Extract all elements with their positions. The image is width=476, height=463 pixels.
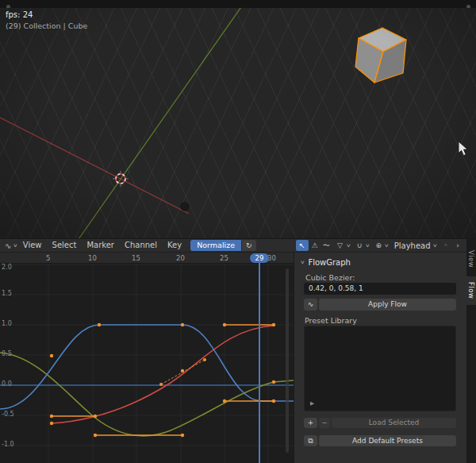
value-tick: 1.0 bbox=[2, 320, 12, 327]
frame-tick: 10 bbox=[88, 254, 97, 262]
graph-scrollbar[interactable] bbox=[286, 268, 289, 453]
menu-key[interactable]: Key bbox=[163, 239, 186, 252]
overlay-icon: ⊕ bbox=[373, 240, 384, 251]
load-selected-button[interactable]: Load Selected bbox=[332, 418, 456, 428]
editor-type-icon[interactable]: ∿ bbox=[3, 241, 13, 250]
current-frame-badge[interactable]: 29 bbox=[250, 253, 269, 263]
value-tick: 0.5 bbox=[2, 350, 12, 357]
graph-editor-header: ∿ ∨ View Select Marker Channel Key Norma… bbox=[0, 238, 466, 253]
blender-window: fps: 24 (29) Collection | Cube ∿ ∨ View … bbox=[0, 0, 476, 463]
add-default-presets-button[interactable]: Add Default Presets bbox=[319, 435, 456, 446]
apply-flow-button[interactable]: Apply Flow bbox=[319, 299, 456, 311]
frame-tick: 5 bbox=[46, 254, 50, 262]
chevron-down-icon: ∨ bbox=[384, 240, 390, 251]
snapping-dropdown[interactable]: ∪ ∨ bbox=[352, 240, 370, 251]
x-axis-line bbox=[0, 117, 189, 214]
viewport-breadcrumb: (29) Collection | Cube bbox=[6, 21, 87, 30]
menu-view[interactable]: View bbox=[18, 239, 47, 252]
mouse-cursor bbox=[459, 141, 467, 156]
page-icon: ⧉ bbox=[308, 437, 313, 445]
graph-area[interactable]: 2.0 1.5 1.0 0.5 0.0 -0.5 -1.0 bbox=[0, 264, 294, 463]
chevron-right-icon[interactable]: › bbox=[452, 240, 463, 251]
curve-icon: ∿ bbox=[308, 300, 314, 308]
normalize-toggle[interactable]: Normalize bbox=[190, 240, 241, 251]
keyframe-points[interactable] bbox=[50, 323, 275, 437]
page-icon-button[interactable]: ⧉ bbox=[304, 435, 317, 446]
frame-tick: 25 bbox=[220, 254, 228, 262]
timeline-ruler[interactable]: 5 10 15 20 25 30 29 bbox=[0, 253, 294, 264]
frame-tick: 15 bbox=[132, 254, 140, 262]
value-tick: -1.0 bbox=[2, 441, 14, 448]
ghost-curves-icon[interactable]: 〜 bbox=[321, 240, 332, 251]
filter-icon: ▽ bbox=[335, 240, 346, 251]
menu-channel[interactable]: Channel bbox=[120, 239, 162, 252]
warning-icon[interactable]: ⚠ bbox=[309, 240, 321, 251]
viewport-3d[interactable]: fps: 24 (29) Collection | Cube bbox=[0, 8, 476, 238]
panel-title: FlowGraph bbox=[308, 258, 351, 267]
object-origin-marker bbox=[181, 203, 189, 210]
menu-select[interactable]: Select bbox=[48, 239, 82, 252]
overlay-dropdown[interactable]: ⊕ ∨ bbox=[371, 240, 390, 251]
snap-icon: ∪ bbox=[354, 240, 365, 251]
fcurve-olive[interactable] bbox=[0, 353, 294, 436]
tab-flow[interactable]: Flow bbox=[466, 276, 476, 305]
fps-indicator: fps: 24 bbox=[6, 10, 33, 19]
viewport-scene bbox=[0, 8, 476, 238]
chevron-down-icon: ∨ bbox=[13, 240, 18, 251]
sidebar-tab-strip: View Flow bbox=[466, 238, 476, 463]
fcurve-plot bbox=[0, 264, 294, 463]
tab-view[interactable]: View bbox=[466, 245, 476, 273]
bezier-value-field[interactable]: 0.42, 0, 0.58, 1 bbox=[304, 283, 456, 295]
value-tick: -0.5 bbox=[2, 411, 14, 418]
cube-object[interactable] bbox=[355, 28, 406, 83]
chevron-down-icon: ∨ bbox=[345, 240, 351, 251]
cubic-bezier-label: Cubic Bezier: bbox=[305, 273, 355, 282]
curve-icon-button[interactable]: ∿ bbox=[304, 299, 317, 311]
menu-marker[interactable]: Marker bbox=[82, 239, 119, 252]
top-window-strip bbox=[0, 0, 476, 8]
preset-library-label: Preset Library bbox=[305, 316, 357, 325]
refresh-icon[interactable]: ↻ bbox=[242, 240, 256, 251]
add-preset-button[interactable]: + bbox=[304, 418, 317, 428]
chevron-down-icon: ∨ bbox=[432, 240, 437, 251]
value-tick: 0.0 bbox=[2, 380, 12, 388]
flowgraph-panel: ∨ FlowGraph Cubic Bezier: 0.42, 0, 0.58,… bbox=[294, 253, 466, 463]
panel-header[interactable]: ∨ FlowGraph bbox=[301, 257, 351, 268]
playhead-line[interactable] bbox=[259, 263, 260, 463]
grid-horizontal bbox=[0, 264, 294, 446]
playhead-label: Playhead bbox=[394, 241, 431, 250]
chevron-down-icon: ∨ bbox=[365, 240, 370, 251]
remove-preset-button[interactable]: − bbox=[319, 418, 330, 428]
options-dot-icon[interactable]: ◦ bbox=[440, 240, 451, 251]
grid-vertical bbox=[48, 264, 268, 463]
tweak-tool-icon[interactable]: ↖ bbox=[296, 240, 309, 251]
frame-tick: 20 bbox=[176, 254, 185, 262]
playhead-dropdown[interactable]: Playhead ∨ bbox=[391, 240, 440, 251]
y-axis-line bbox=[77, 8, 243, 238]
play-icon[interactable]: ▶ bbox=[310, 400, 314, 407]
value-tick: 2.0 bbox=[2, 264, 12, 271]
filter-dropdown[interactable]: ▽ ∨ bbox=[333, 240, 351, 251]
collapse-chevron-icon: ∨ bbox=[300, 257, 305, 268]
value-tick: 1.5 bbox=[2, 290, 12, 297]
preset-list[interactable]: ▶ bbox=[304, 326, 456, 411]
